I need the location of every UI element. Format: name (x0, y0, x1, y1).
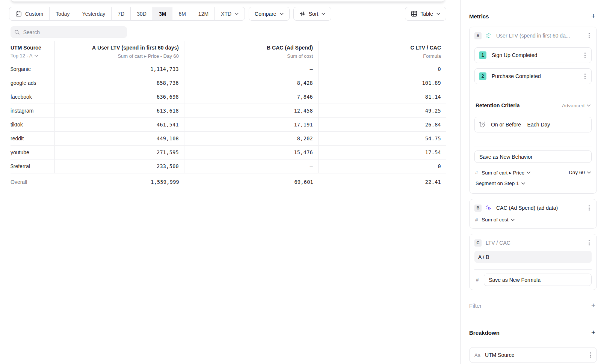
date-range-label: 12M (198, 11, 208, 17)
row-dimension-subtitle[interactable]: Top 12 · A (11, 53, 54, 59)
column-header-a[interactable]: AUser LTV (spend in first 60 days) Sum o… (54, 41, 184, 62)
chevron-down-icon (436, 13, 440, 15)
formula-input[interactable]: A / B (474, 251, 592, 263)
filter-header: Filter + (469, 302, 597, 309)
date-range-12m[interactable]: 12M (192, 7, 214, 20)
table-row-instagram[interactable]: instagram613,61812,45849.25 (11, 104, 446, 118)
breakdown-label: UTM Source (485, 352, 583, 358)
column-subtitle: Formula (423, 53, 441, 59)
number-type-icon: # (475, 170, 478, 175)
table-row-reddit[interactable]: reddit449,1088,20254.75 (11, 132, 446, 146)
card-top-edge (11, 0, 444, 2)
aggregation-label: Sum of cart ▸ Price (482, 170, 524, 176)
aggregation-selector[interactable]: Sum of cart ▸ Price (482, 170, 530, 176)
table-view-button[interactable]: Table (405, 7, 446, 21)
metric-menu-button[interactable] (587, 204, 592, 212)
metric-a-head[interactable]: A User LTV (spend in first 60 da... (474, 32, 592, 39)
step-menu-button[interactable] (583, 72, 587, 80)
cell-label: youtube (11, 146, 54, 159)
date-range-3m[interactable]: 3M (153, 7, 172, 20)
metric-menu-button[interactable] (587, 32, 592, 39)
chevron-down-icon (587, 171, 591, 174)
metrics-title: Metrics (469, 13, 489, 20)
metric-card-b: B CAC (Ad Spend) (ad data) # Sum of cost (469, 199, 597, 229)
column-header-b[interactable]: BCAC (Ad Spend) Sum of cost (184, 41, 319, 62)
date-range-label: XTD (221, 11, 231, 17)
criteria-unit-selector[interactable]: Each Day (527, 122, 550, 128)
compare-button[interactable]: Compare (249, 7, 290, 21)
row-dimension-header: UTM Source Top 12 · A (11, 41, 54, 62)
cell-c: 17.54 (319, 146, 446, 159)
date-range-30d[interactable]: 30D (130, 7, 153, 20)
cell-label: facebook (11, 90, 54, 104)
table-row-google-ads[interactable]: google ads858,7368,428101.89 (11, 76, 446, 90)
breakdown-card[interactable]: Aa UTM Source (469, 347, 597, 363)
cell-a: 858,736 (54, 76, 184, 90)
date-range-yesterday[interactable]: Yesterday (76, 7, 112, 20)
date-range-label: 3M (159, 11, 166, 17)
segment-label: Segment on Step 1 (476, 180, 519, 186)
add-breakdown-button[interactable]: + (590, 329, 597, 336)
row-dimension-title: UTM Source (11, 45, 54, 51)
table-body: $organic1,114,733–0google ads858,7368,42… (11, 62, 446, 173)
segment-selector[interactable]: Segment on Step 1 (476, 180, 525, 186)
sort-button[interactable]: Sort (293, 7, 332, 21)
table-row-facebook[interactable]: facebook636,6987,84681.14 (11, 90, 446, 104)
breakdown-header: Breakdown + (469, 329, 597, 336)
table-row--organic[interactable]: $organic1,114,733–0 (11, 62, 446, 76)
column-header-c[interactable]: CLTV / CAC Formula (319, 41, 446, 62)
save-formula-button[interactable]: Save as New Formula (484, 274, 592, 286)
metric-b-head[interactable]: B CAC (Ad Spend) (ad data) (474, 204, 592, 212)
number-type-icon: # (475, 217, 478, 223)
overall-value-b: 69,601 (184, 173, 319, 190)
overall-value-a: 1,559,999 (54, 173, 184, 190)
chevron-down-icon (35, 55, 38, 57)
cell-a: 271,595 (54, 146, 184, 159)
number-type-icon: # (476, 277, 479, 283)
add-metric-button[interactable]: + (590, 13, 597, 20)
query-sidebar: Metrics + A User LTV (spend in first 60 … (460, 0, 601, 364)
ad-data-icon (486, 205, 492, 211)
table-row-tiktok[interactable]: tiktok461,54117,19126.84 (11, 118, 446, 132)
search-box (11, 26, 127, 38)
breakdown-menu-button[interactable] (588, 351, 593, 359)
date-range-custom[interactable]: Custom (9, 7, 49, 20)
date-range-xtd[interactable]: XTD (214, 7, 245, 20)
date-range-7d[interactable]: 7D (111, 7, 130, 20)
search-input[interactable] (23, 29, 123, 35)
formula-save-row: # Save as New Formula (474, 274, 592, 286)
table-row-youtube[interactable]: youtube271,59515,47617.54 (11, 146, 446, 159)
date-range-today[interactable]: Today (49, 7, 76, 20)
date-range-6m[interactable]: 6M (172, 7, 192, 20)
metric-name: LTV / CAC (486, 240, 583, 246)
grid-table-icon (411, 11, 417, 17)
step-card-2[interactable]: 2 Purchase Completed (474, 68, 592, 84)
main-panel: Custom Today Yesterday 7D 30D 3M 6M 12M … (0, 0, 460, 364)
cell-b: 17,191 (184, 118, 319, 131)
retention-advanced-toggle[interactable]: Advanced (562, 103, 590, 108)
criteria-condition-selector[interactable]: On or Before (491, 122, 521, 128)
chevron-down-icon (587, 104, 590, 107)
metric-c-head[interactable]: C LTV / CAC (474, 239, 592, 247)
step-menu-button[interactable] (583, 51, 587, 59)
save-behavior-label: Save as New Behavior (479, 154, 533, 160)
chevron-down-icon (322, 13, 325, 15)
results-table: UTM Source Top 12 · A AUser LTV (spend i… (11, 41, 446, 190)
metric-menu-button[interactable] (587, 239, 592, 247)
save-behavior-button[interactable]: Save as New Behavior (474, 150, 592, 163)
overall-label: Overall (11, 173, 54, 190)
column-letter: A (92, 45, 96, 51)
step-card-1[interactable]: 1 Sign Up Completed (474, 47, 592, 63)
toolbar: Custom Today Yesterday 7D 30D 3M 6M 12M … (9, 7, 331, 21)
column-title: User LTV (spend in first 60 days) (97, 45, 179, 51)
overall-value-c: 22.41 (319, 173, 446, 190)
table-row--referral[interactable]: $referral233,500–0 (11, 159, 446, 173)
sort-label: Sort (309, 11, 319, 17)
cell-a: 233,500 (54, 159, 184, 173)
column-letter: C (410, 45, 414, 51)
cell-b: 12,458 (184, 104, 319, 117)
aggregation-row: # Sum of cart ▸ Price Day 60 (474, 169, 592, 176)
add-filter-button[interactable]: + (590, 302, 597, 309)
window-selector[interactable]: Day 60 (569, 170, 591, 175)
aggregation-selector-b[interactable]: Sum of cost (482, 217, 514, 223)
